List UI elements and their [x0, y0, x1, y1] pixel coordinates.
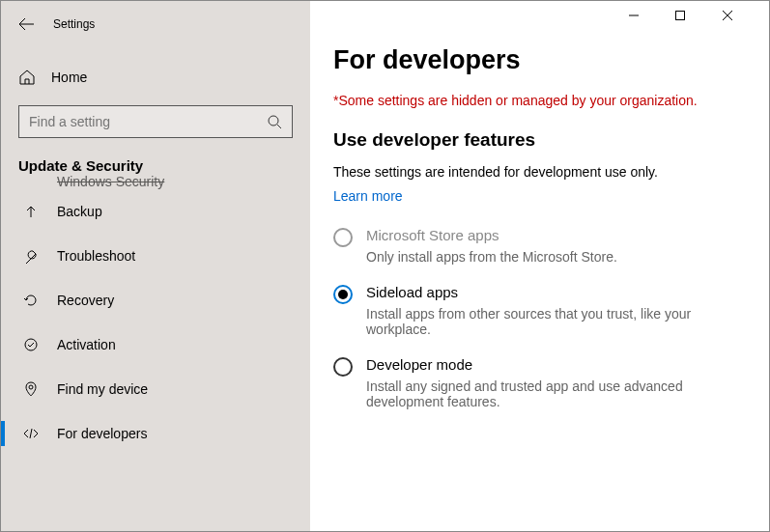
radio-group: Microsoft Store apps Only install apps f…: [333, 227, 740, 409]
backup-icon: [22, 203, 40, 220]
nav-item-label: For developers: [57, 426, 147, 441]
svg-point-1: [25, 339, 37, 350]
back-icon[interactable]: [18, 15, 36, 33]
radio-title: Microsoft Store apps: [366, 227, 617, 243]
svg-rect-3: [676, 12, 685, 20]
nav-item-troubleshoot[interactable]: Troubleshoot: [1, 234, 310, 278]
section-note: These settings are intended for developm…: [333, 164, 740, 180]
radio-sideload[interactable]: Sideload apps Install apps from other so…: [333, 284, 740, 337]
radio-microsoft-store: Microsoft Store apps Only install apps f…: [333, 227, 740, 265]
close-button[interactable]: [723, 11, 767, 20]
section-title: Use developer features: [333, 129, 740, 151]
nav-home-label: Home: [51, 70, 87, 85]
nav-item-find-my-device[interactable]: Find my device: [1, 367, 310, 411]
window-controls: [628, 1, 768, 30]
radio-title: Sideload apps: [366, 284, 733, 300]
policy-warning: *Some settings are hidden or managed by …: [333, 93, 740, 108]
find-device-icon: [22, 380, 40, 398]
radio-desc: Install any signed and trusted app and u…: [366, 378, 733, 409]
search-input[interactable]: [29, 114, 267, 129]
activation-icon: [22, 336, 40, 353]
radio-icon: [333, 228, 353, 247]
nav-item-label: Find my device: [57, 381, 148, 397]
nav-item-label: Backup: [57, 204, 102, 219]
main-content: For developers *Some settings are hidden…: [310, 1, 769, 531]
search-box[interactable]: [18, 105, 293, 138]
developers-icon: [22, 425, 40, 442]
svg-point-2: [29, 385, 33, 389]
nav-item-label: Troubleshoot: [57, 248, 135, 264]
nav-item-label: Activation: [57, 337, 116, 352]
shield-icon: [22, 174, 40, 189]
radio-desc: Only install apps from the Microsoft Sto…: [366, 249, 617, 265]
nav-home[interactable]: Home: [1, 59, 310, 96]
troubleshoot-icon: [22, 247, 40, 265]
page-title: For developers: [333, 45, 740, 75]
nav-item-for-developers[interactable]: For developers: [1, 411, 310, 456]
radio-icon: [333, 285, 353, 304]
radio-desc: Install apps from other sources that you…: [366, 306, 733, 337]
nav-item-activation[interactable]: Activation: [1, 322, 310, 367]
nav-item-label: Recovery: [57, 293, 114, 308]
minimize-button[interactable]: [629, 11, 673, 20]
nav-item-backup[interactable]: Backup: [1, 189, 310, 234]
radio-icon: [333, 357, 353, 377]
nav-list: Windows Security Backup Troubleshoot: [1, 174, 310, 531]
sidebar: Settings Home Update & Security Windows …: [1, 1, 310, 531]
radio-developer-mode[interactable]: Developer mode Install any signed and tr…: [333, 356, 740, 409]
recovery-icon: [22, 292, 40, 309]
app-title: Settings: [53, 17, 95, 31]
titlebar: Settings: [1, 9, 310, 40]
search-icon: [267, 114, 282, 129]
nav-item-recovery[interactable]: Recovery: [1, 278, 310, 322]
maximize-button[interactable]: [675, 11, 720, 20]
svg-point-0: [269, 116, 278, 126]
radio-title: Developer mode: [366, 356, 733, 373]
nav-item-windows-security[interactable]: Windows Security: [1, 174, 310, 189]
nav-item-label: Windows Security: [57, 174, 164, 189]
home-icon: [18, 69, 36, 86]
learn-more-link[interactable]: Learn more: [333, 188, 403, 204]
